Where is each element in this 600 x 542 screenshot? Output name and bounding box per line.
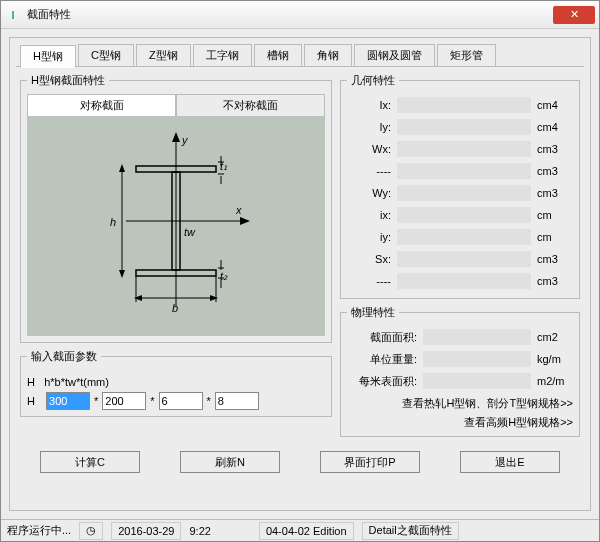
subtab-symmetric[interactable]: 对称截面 bbox=[27, 94, 176, 117]
close-icon: ✕ bbox=[570, 8, 579, 21]
phys-val bbox=[423, 351, 531, 367]
param-input-row: H * * * bbox=[27, 392, 325, 410]
geo-val bbox=[397, 251, 531, 267]
svg-marker-3 bbox=[240, 217, 250, 225]
sep2: * bbox=[150, 395, 154, 407]
section-diagram: y x h bbox=[27, 116, 325, 336]
print-button[interactable]: 界面打印P bbox=[320, 451, 420, 473]
status-running: 程序运行中... bbox=[7, 523, 71, 538]
geo-unit: cm bbox=[537, 231, 573, 243]
tab-angle[interactable]: 角钢 bbox=[304, 44, 352, 67]
tab-h[interactable]: H型钢 bbox=[20, 45, 76, 68]
app-icon: I bbox=[5, 7, 21, 23]
param-formula-row: H h*b*tw*t(mm) bbox=[27, 376, 325, 388]
phys-row: 每米表面积:m2/m bbox=[347, 370, 573, 392]
status-detail: Detail之截面特性 bbox=[362, 522, 459, 540]
geo-val bbox=[397, 119, 531, 135]
svg-marker-1 bbox=[172, 132, 180, 142]
label-y: y bbox=[181, 134, 189, 146]
phys-unit: cm2 bbox=[537, 331, 573, 343]
main-tabs: H型钢 C型钢 Z型钢 工字钢 槽钢 角钢 圆钢及圆管 矩形管 bbox=[16, 44, 584, 67]
geo-row: ----cm3 bbox=[347, 160, 573, 182]
phys-row: 单位重量:kg/m bbox=[347, 348, 573, 370]
geo-row: ----cm3 bbox=[347, 270, 573, 292]
link-high-freq[interactable]: 查看高频H型钢规格>> bbox=[347, 411, 573, 430]
geo-unit: cm3 bbox=[537, 275, 573, 287]
status-time: 9:22 bbox=[189, 525, 210, 537]
phys-val bbox=[423, 329, 531, 345]
phys-row: 截面面积:cm2 bbox=[347, 326, 573, 348]
geo-lbl: iy: bbox=[347, 231, 391, 243]
clock-icon: ◷ bbox=[79, 522, 103, 540]
subtab-asymmetric[interactable]: 不对称截面 bbox=[176, 94, 325, 117]
geo-unit: cm bbox=[537, 209, 573, 221]
geo-unit: cm3 bbox=[537, 165, 573, 177]
geo-unit: cm4 bbox=[537, 99, 573, 111]
main-window: I 截面特性 ✕ H型钢 C型钢 Z型钢 工字钢 槽钢 角钢 圆钢及圆管 矩形管… bbox=[0, 0, 600, 542]
refresh-button[interactable]: 刷新N bbox=[180, 451, 280, 473]
titlebar: I 截面特性 ✕ bbox=[1, 1, 599, 29]
geo-unit: cm3 bbox=[537, 187, 573, 199]
svg-marker-8 bbox=[119, 164, 125, 172]
geo-lbl: Iy: bbox=[347, 121, 391, 133]
link-hot-rolled[interactable]: 查看热轧H型钢、剖分T型钢规格>> bbox=[347, 392, 573, 411]
geo-unit: cm4 bbox=[537, 121, 573, 133]
outer-panel: H型钢 C型钢 Z型钢 工字钢 槽钢 角钢 圆钢及圆管 矩形管 H型钢截面特性 … bbox=[9, 37, 591, 511]
physical-legend: 物理特性 bbox=[347, 305, 399, 320]
subtabs: 对称截面 不对称截面 bbox=[27, 94, 325, 117]
geo-row: ix:cm bbox=[347, 204, 573, 226]
geo-val bbox=[397, 163, 531, 179]
geo-lbl: Ix: bbox=[347, 99, 391, 111]
label-h: h bbox=[110, 216, 116, 228]
geo-row: Wy:cm3 bbox=[347, 182, 573, 204]
geo-lbl: Wx: bbox=[347, 143, 391, 155]
physical-fieldset: 物理特性 截面面积:cm2单位重量:kg/m每米表面积:m2/m 查看热轧H型钢… bbox=[340, 305, 580, 437]
geo-val bbox=[397, 273, 531, 289]
geo-unit: cm3 bbox=[537, 253, 573, 265]
tab-c[interactable]: C型钢 bbox=[78, 44, 134, 67]
geo-row: Ix:cm4 bbox=[347, 94, 573, 116]
label-b: b bbox=[172, 302, 178, 314]
geometric-fieldset: 几何特性 Ix:cm4Iy:cm4Wx:cm3----cm3Wy:cm3ix:c… bbox=[340, 73, 580, 299]
section-legend: H型钢截面特性 bbox=[27, 73, 109, 88]
svg-marker-11 bbox=[134, 295, 142, 301]
tab-z[interactable]: Z型钢 bbox=[136, 44, 191, 67]
input-t[interactable] bbox=[215, 392, 259, 410]
input-b[interactable] bbox=[102, 392, 146, 410]
input-h[interactable] bbox=[46, 392, 90, 410]
tab-i[interactable]: 工字钢 bbox=[193, 44, 252, 67]
param-row-lbl: H bbox=[27, 395, 35, 407]
params-legend: 输入截面参数 bbox=[27, 349, 101, 364]
sep3: * bbox=[207, 395, 211, 407]
geo-lbl: ---- bbox=[347, 165, 391, 177]
geo-lbl: Wy: bbox=[347, 187, 391, 199]
geometric-legend: 几何特性 bbox=[347, 73, 399, 88]
geo-row: Sx:cm3 bbox=[347, 248, 573, 270]
input-tw[interactable] bbox=[159, 392, 203, 410]
status-date: 2016-03-29 bbox=[111, 522, 181, 540]
tab-round[interactable]: 圆钢及圆管 bbox=[354, 44, 435, 67]
phys-unit: m2/m bbox=[537, 375, 573, 387]
label-x: x bbox=[235, 204, 242, 216]
content-area: H型钢截面特性 对称截面 不对称截面 y x bbox=[16, 67, 584, 443]
geo-row: Iy:cm4 bbox=[347, 116, 573, 138]
geo-lbl: ix: bbox=[347, 209, 391, 221]
phys-lbl: 截面面积: bbox=[347, 330, 417, 345]
phys-lbl: 每米表面积: bbox=[347, 374, 417, 389]
tab-channel[interactable]: 槽钢 bbox=[254, 44, 302, 67]
geo-val bbox=[397, 229, 531, 245]
close-button[interactable]: ✕ bbox=[553, 6, 595, 24]
geo-lbl: ---- bbox=[347, 275, 391, 287]
geo-val bbox=[397, 207, 531, 223]
section-fieldset: H型钢截面特性 对称截面 不对称截面 y x bbox=[20, 73, 332, 343]
formula-text: h*b*tw*t(mm) bbox=[44, 376, 109, 388]
tab-rect[interactable]: 矩形管 bbox=[437, 44, 496, 67]
calc-button[interactable]: 计算C bbox=[40, 451, 140, 473]
sep1: * bbox=[94, 395, 98, 407]
svg-marker-12 bbox=[210, 295, 218, 301]
phys-unit: kg/m bbox=[537, 353, 573, 365]
exit-button[interactable]: 退出E bbox=[460, 451, 560, 473]
formula-prefix: H bbox=[27, 376, 35, 388]
geo-val bbox=[397, 141, 531, 157]
statusbar: 程序运行中... ◷ 2016-03-29 9:22 04-04-02 Edit… bbox=[1, 519, 599, 541]
